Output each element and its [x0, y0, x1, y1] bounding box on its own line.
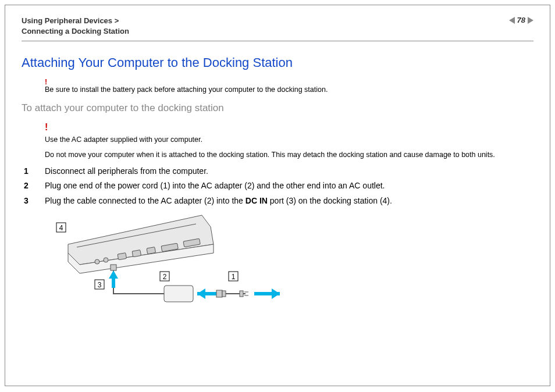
breadcrumb-line2: Connecting a Docking Station	[22, 27, 129, 35]
steps-list: Disconnect all peripherals from the comp…	[22, 166, 533, 207]
page-number: 78	[517, 16, 525, 24]
step-text-pre: Plug the cable connected to the AC adapt…	[45, 196, 246, 205]
callout-3: 3	[98, 281, 102, 289]
svg-rect-5	[118, 253, 127, 260]
svg-rect-18	[216, 290, 222, 297]
step-text-post: port (3) on the docking station (4).	[268, 196, 392, 205]
svg-marker-25	[272, 288, 280, 299]
next-page-icon[interactable]	[528, 17, 533, 24]
step-item: Disconnect all peripherals from the comp…	[22, 166, 533, 177]
callout-2: 2	[163, 273, 167, 281]
svg-rect-6	[132, 250, 141, 257]
note-block: ! Be sure to install the battery pack be…	[45, 79, 533, 94]
warning-line1: Use the AC adapter supplied with your co…	[45, 136, 533, 144]
svg-rect-13	[164, 286, 193, 302]
step-text-bold: DC IN	[246, 196, 268, 205]
svg-rect-11	[111, 265, 116, 270]
step-item: Plug one end of the power cord (1) into …	[22, 180, 533, 191]
docking-diagram-svg: 4 3 2	[45, 212, 295, 311]
svg-marker-16	[197, 288, 205, 299]
content: Attaching Your Computer to the Docking S…	[22, 41, 533, 313]
breadcrumb-line1: Using Peripheral Devices >	[22, 16, 119, 25]
callout-4: 4	[59, 224, 63, 232]
svg-marker-27	[109, 270, 118, 279]
breadcrumb: Using Peripheral Devices > Connecting a …	[22, 16, 129, 36]
svg-rect-20	[240, 291, 243, 297]
callout-1: 1	[232, 273, 236, 281]
section-subtitle: To attach your computer to the docking s…	[22, 102, 533, 114]
svg-rect-7	[147, 247, 156, 254]
step-text: Disconnect all peripherals from the comp…	[45, 166, 208, 176]
warning-block: ! Use the AC adapter supplied with your …	[45, 122, 533, 159]
svg-point-3	[95, 259, 99, 264]
warning-icon: !	[45, 122, 533, 133]
svg-point-4	[104, 258, 108, 262]
docking-station-figure: 4 3 2	[45, 212, 533, 313]
prev-page-icon[interactable]	[509, 17, 515, 24]
svg-rect-19	[222, 291, 226, 297]
warning-line2: Do not move your computer when it is att…	[45, 151, 533, 159]
step-text: Plug one end of the power cord (1) into …	[45, 181, 385, 190]
page-title: Attaching Your Computer to the Docking S…	[22, 55, 533, 70]
pager: 78	[509, 16, 533, 24]
step-item: Plug the cable connected to the AC adapt…	[22, 195, 533, 206]
document-page: Using Peripheral Devices > Connecting a …	[5, 5, 550, 386]
note-text: Be sure to install the battery pack befo…	[45, 85, 328, 94]
page-header: Using Peripheral Devices > Connecting a …	[22, 16, 533, 41]
